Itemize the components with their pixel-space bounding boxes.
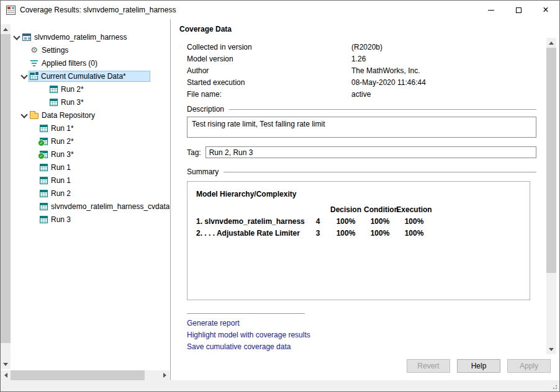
scrollbar-thumb[interactable] xyxy=(11,370,145,380)
close-icon: × xyxy=(543,5,548,15)
arrow-up-icon xyxy=(3,28,8,31)
scroll-right-button[interactable] xyxy=(160,370,169,380)
app-icon xyxy=(6,6,16,15)
tree-item-repo-run-1a[interactable]: Run 1 xyxy=(11,161,169,174)
tree-item-label: Run 1 xyxy=(51,163,71,172)
tree-item-cumulative-run-2[interactable]: Run 2* xyxy=(11,82,169,96)
field-value: The MathWorks, Inc. xyxy=(351,65,536,77)
chevron-down-icon[interactable] xyxy=(12,33,21,42)
revert-button[interactable]: Revert xyxy=(407,359,450,373)
tag-input[interactable] xyxy=(205,146,536,158)
run-data-checked-icon xyxy=(40,138,48,145)
table-header-spacer xyxy=(196,204,308,216)
field-value: 08-May-2020 11:46:44 xyxy=(351,77,536,89)
field-value: (R2020b) xyxy=(351,42,536,53)
field-label: Collected in version xyxy=(187,42,351,53)
tree-item-repo-run-3-star[interactable]: Run 3* xyxy=(11,148,169,161)
minimize-button[interactable] xyxy=(477,1,505,19)
tree-horizontal-scrollbar[interactable] xyxy=(1,370,169,380)
generate-report-link[interactable]: Generate report xyxy=(187,319,536,327)
summary-label: Summary xyxy=(187,167,219,176)
field-value: active xyxy=(351,89,536,100)
apply-button[interactable]: Apply xyxy=(507,359,551,373)
model-icon xyxy=(22,33,31,41)
run-data-icon xyxy=(50,86,58,93)
run-data-icon xyxy=(40,177,48,184)
scroll-left-button[interactable] xyxy=(1,370,11,380)
arrow-down-icon xyxy=(549,348,554,351)
arrow-up-icon xyxy=(549,42,554,45)
titlebar: Coverage Results: slvnvdemo_ratelim_harn… xyxy=(1,1,559,19)
filter-icon xyxy=(30,59,38,67)
tree-item-repo-run-2[interactable]: Run 2 xyxy=(11,187,169,200)
cumulative-data-icon xyxy=(30,73,38,80)
links-divider xyxy=(187,313,305,314)
row-condition: 100% xyxy=(364,216,396,228)
scrollbar-thumb[interactable] xyxy=(546,48,556,273)
tree-item-root[interactable]: slvnvdemo_ratelim_harness xyxy=(11,30,169,43)
column-header-execution: Execution xyxy=(396,204,432,216)
tree-item-label: Run 3 xyxy=(51,215,71,224)
arrow-left-icon xyxy=(4,373,7,378)
tree-item-data-repository[interactable]: Data Repository xyxy=(11,109,169,122)
scroll-down-button[interactable] xyxy=(546,344,556,354)
tree-item-current-cumulative-data[interactable]: Current Cumulative Data* xyxy=(11,69,169,82)
tag-label: Tag: xyxy=(187,148,201,157)
tag-row: Tag: xyxy=(187,146,536,158)
scrollbar-track[interactable] xyxy=(1,34,11,359)
tree-item-label: slvnvdemo_ratelim_harness xyxy=(34,33,127,42)
tree-item-label: slvnvdemo_ratelim_harness_cvdata_1 xyxy=(51,202,169,211)
scrollbar-track[interactable] xyxy=(11,370,160,380)
scrollbar-thumb[interactable] xyxy=(1,34,11,343)
window-controls: × xyxy=(477,1,559,19)
tree-item-repo-cvdata-1[interactable]: slvnvdemo_ratelim_harness_cvdata_1 xyxy=(11,200,169,213)
panel-vertical-scrollbar[interactable] xyxy=(546,38,556,354)
row-execution: 100% xyxy=(396,216,432,228)
scroll-up-button[interactable] xyxy=(1,24,11,34)
coverage-data-panel: Coverage Data Collected in version (R202… xyxy=(171,19,559,380)
arrow-right-icon xyxy=(163,373,166,378)
arrow-down-icon xyxy=(3,363,8,366)
results-tree: slvnvdemo_ratelim_harness Settings Appli… xyxy=(11,30,169,370)
tree-item-label: Settings xyxy=(42,46,68,55)
tree-item-repo-run-1b[interactable]: Run 1 xyxy=(11,174,169,187)
field-label: Author xyxy=(187,65,351,77)
tree-item-repo-run-2-star[interactable]: Run 2* xyxy=(11,135,169,148)
section-divider xyxy=(229,109,536,110)
folder-icon xyxy=(30,113,38,119)
summary-box: Model Hierarchy/Complexity Decision Cond… xyxy=(187,181,530,300)
summary-section-header: Summary xyxy=(187,167,536,176)
scroll-up-button[interactable] xyxy=(546,38,556,48)
tree-item-cumulative-run-3[interactable]: Run 3* xyxy=(11,96,169,109)
description-textarea[interactable]: Test rising rate limit, Test falling rat… xyxy=(187,117,536,138)
row-execution: 100% xyxy=(396,228,432,239)
window-title: Coverage Results: slvnvdemo_ratelim_harn… xyxy=(20,6,176,14)
tree-item-applied-filters[interactable]: Applied filters (0) xyxy=(11,56,169,69)
highlight-model-link[interactable]: Highlight model with coverage results xyxy=(187,331,536,339)
field-label: Started execution xyxy=(187,77,351,89)
tree-item-label: Data Repository xyxy=(42,111,95,120)
results-tree-panel: slvnvdemo_ratelim_harness Settings Appli… xyxy=(1,19,171,380)
scrollbar-track[interactable] xyxy=(546,48,556,344)
status-strip xyxy=(1,380,559,391)
close-button[interactable]: × xyxy=(532,1,559,19)
tree-item-repo-run-1-star[interactable]: Run 1* xyxy=(11,122,169,135)
maximize-button[interactable] xyxy=(505,1,532,19)
coverage-fields: Collected in version (R2020b) Model vers… xyxy=(187,42,536,100)
row-complexity: 3 xyxy=(308,228,328,239)
description-text: Test rising rate limit, Test falling rat… xyxy=(192,120,325,128)
minimize-icon xyxy=(488,10,494,11)
tree-vertical-scrollbar[interactable] xyxy=(1,24,11,369)
resize-grip-icon[interactable] xyxy=(551,383,557,389)
run-data-icon xyxy=(40,216,48,223)
save-cumulative-link[interactable]: Save cumulative coverage data xyxy=(187,343,536,351)
description-label: Description xyxy=(187,105,224,114)
tree-item-label: Run 1* xyxy=(51,124,74,133)
row-name: 1. slvnvdemo_ratelim_harness xyxy=(196,216,308,228)
scroll-down-button[interactable] xyxy=(1,359,11,369)
chevron-down-icon[interactable] xyxy=(20,111,29,120)
tree-item-repo-run-3[interactable]: Run 3 xyxy=(11,213,169,226)
help-button[interactable]: Help xyxy=(457,359,500,373)
chevron-down-icon[interactable] xyxy=(20,72,29,81)
tree-item-settings[interactable]: Settings xyxy=(11,43,169,56)
